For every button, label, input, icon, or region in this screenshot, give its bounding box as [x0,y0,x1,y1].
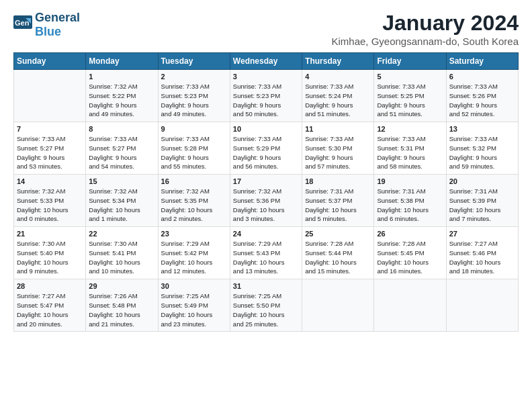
calendar-week-row: 1Sunrise: 7:32 AMSunset: 5:22 PMDaylight… [14,70,519,122]
main-title: January 2024 [331,11,519,36]
calendar-cell: 16Sunrise: 7:32 AMSunset: 5:35 PMDayligh… [158,175,230,227]
day-number: 11 [305,125,371,133]
day-number: 22 [89,230,154,238]
day-info: Sunrise: 7:32 AMSunset: 5:36 PMDaylight:… [233,187,299,224]
day-number: 4 [305,73,371,81]
day-number: 19 [377,177,443,185]
day-number: 27 [449,230,515,238]
svg-text:Gen: Gen [15,19,30,27]
logo: Gen General Blue [13,11,80,39]
calendar-cell [14,70,86,122]
calendar-cell: 15Sunrise: 7:32 AMSunset: 5:34 PMDayligh… [86,175,158,227]
col-tuesday: Tuesday [158,53,230,70]
day-info: Sunrise: 7:25 AMSunset: 5:50 PMDaylight:… [233,291,299,328]
day-number: 20 [449,177,515,185]
day-info: Sunrise: 7:31 AMSunset: 5:39 PMDaylight:… [449,187,515,224]
day-number: 29 [89,282,154,290]
day-info: Sunrise: 7:30 AMSunset: 5:40 PMDaylight:… [17,239,83,276]
day-info: Sunrise: 7:33 AMSunset: 5:30 PMDaylight:… [305,134,371,171]
day-number: 21 [17,230,83,238]
day-number: 16 [161,177,227,185]
day-info: Sunrise: 7:33 AMSunset: 5:24 PMDaylight:… [305,82,371,119]
calendar-cell: 30Sunrise: 7:25 AMSunset: 5:49 PMDayligh… [158,279,230,332]
calendar-week-row: 7Sunrise: 7:33 AMSunset: 5:27 PMDaylight… [14,122,519,175]
calendar-cell: 27Sunrise: 7:27 AMSunset: 5:46 PMDayligh… [446,227,518,279]
calendar-cell [374,279,446,332]
header: Gen General Blue January 2024 Kimhae, Gy… [13,11,519,47]
day-number: 8 [89,125,154,133]
col-thursday: Thursday [302,53,374,70]
calendar-cell: 20Sunrise: 7:31 AMSunset: 5:39 PMDayligh… [446,175,518,227]
day-number: 15 [89,177,154,185]
calendar-cell: 10Sunrise: 7:33 AMSunset: 5:29 PMDayligh… [230,122,302,175]
calendar-cell: 7Sunrise: 7:33 AMSunset: 5:27 PMDaylight… [14,122,86,175]
calendar-page: Gen General Blue January 2024 Kimhae, Gy… [0,0,532,411]
calendar-cell: 22Sunrise: 7:30 AMSunset: 5:41 PMDayligh… [86,227,158,279]
calendar-cell: 31Sunrise: 7:25 AMSunset: 5:50 PMDayligh… [230,279,302,332]
calendar-cell [302,279,374,332]
calendar-cell: 8Sunrise: 7:33 AMSunset: 5:27 PMDaylight… [86,122,158,175]
calendar-cell: 11Sunrise: 7:33 AMSunset: 5:30 PMDayligh… [302,122,374,175]
day-info: Sunrise: 7:27 AMSunset: 5:47 PMDaylight:… [17,291,83,328]
calendar-cell: 19Sunrise: 7:31 AMSunset: 5:38 PMDayligh… [374,175,446,227]
day-number: 17 [233,177,299,185]
day-number: 23 [161,230,227,238]
day-info: Sunrise: 7:33 AMSunset: 5:23 PMDaylight:… [233,82,299,119]
day-info: Sunrise: 7:32 AMSunset: 5:22 PMDaylight:… [89,82,154,119]
calendar-cell: 17Sunrise: 7:32 AMSunset: 5:36 PMDayligh… [230,175,302,227]
col-sunday: Sunday [14,53,86,70]
day-info: Sunrise: 7:31 AMSunset: 5:37 PMDaylight:… [305,187,371,224]
day-info: Sunrise: 7:27 AMSunset: 5:46 PMDaylight:… [449,239,515,276]
day-number: 12 [377,125,443,133]
day-info: Sunrise: 7:32 AMSunset: 5:35 PMDaylight:… [161,187,227,224]
day-info: Sunrise: 7:32 AMSunset: 5:34 PMDaylight:… [89,187,154,224]
col-saturday: Saturday [446,53,518,70]
col-monday: Monday [86,53,158,70]
day-info: Sunrise: 7:28 AMSunset: 5:44 PMDaylight:… [305,239,371,276]
calendar-cell: 28Sunrise: 7:27 AMSunset: 5:47 PMDayligh… [14,279,86,332]
day-info: Sunrise: 7:33 AMSunset: 5:25 PMDaylight:… [377,82,443,119]
title-block: January 2024 Kimhae, Gyeongsannam-do, So… [331,11,519,47]
day-number: 5 [377,73,443,81]
calendar-cell: 9Sunrise: 7:33 AMSunset: 5:28 PMDaylight… [158,122,230,175]
day-number: 7 [17,125,83,133]
day-number: 6 [449,73,515,81]
calendar-cell: 24Sunrise: 7:29 AMSunset: 5:43 PMDayligh… [230,227,302,279]
day-number: 26 [377,230,443,238]
calendar-cell: 2Sunrise: 7:33 AMSunset: 5:23 PMDaylight… [158,70,230,122]
day-info: Sunrise: 7:33 AMSunset: 5:29 PMDaylight:… [233,134,299,171]
day-number: 10 [233,125,299,133]
calendar-body: 1Sunrise: 7:32 AMSunset: 5:22 PMDaylight… [14,70,519,332]
calendar-cell: 3Sunrise: 7:33 AMSunset: 5:23 PMDaylight… [230,70,302,122]
calendar-cell: 29Sunrise: 7:26 AMSunset: 5:48 PMDayligh… [86,279,158,332]
day-info: Sunrise: 7:33 AMSunset: 5:28 PMDaylight:… [161,134,227,171]
day-number: 18 [305,177,371,185]
subtitle: Kimhae, Gyeongsannam-do, South Korea [331,36,519,47]
calendar-cell: 12Sunrise: 7:33 AMSunset: 5:31 PMDayligh… [374,122,446,175]
day-info: Sunrise: 7:33 AMSunset: 5:23 PMDaylight:… [161,82,227,119]
day-number: 14 [17,177,83,185]
day-info: Sunrise: 7:33 AMSunset: 5:32 PMDaylight:… [449,134,515,171]
calendar-week-row: 14Sunrise: 7:32 AMSunset: 5:33 PMDayligh… [14,175,519,227]
day-info: Sunrise: 7:26 AMSunset: 5:48 PMDaylight:… [89,291,154,328]
logo-text: General Blue [35,11,80,39]
calendar-cell: 5Sunrise: 7:33 AMSunset: 5:25 PMDaylight… [374,70,446,122]
day-info: Sunrise: 7:31 AMSunset: 5:38 PMDaylight:… [377,187,443,224]
calendar-cell: 13Sunrise: 7:33 AMSunset: 5:32 PMDayligh… [446,122,518,175]
day-number: 30 [161,282,227,290]
calendar-cell: 18Sunrise: 7:31 AMSunset: 5:37 PMDayligh… [302,175,374,227]
calendar-cell [446,279,518,332]
header-row: Sunday Monday Tuesday Wednesday Thursday… [14,53,519,70]
calendar-cell: 14Sunrise: 7:32 AMSunset: 5:33 PMDayligh… [14,175,86,227]
day-number: 31 [233,282,299,290]
calendar-cell: 23Sunrise: 7:29 AMSunset: 5:42 PMDayligh… [158,227,230,279]
calendar-cell: 6Sunrise: 7:33 AMSunset: 5:26 PMDaylight… [446,70,518,122]
day-info: Sunrise: 7:25 AMSunset: 5:49 PMDaylight:… [161,291,227,328]
calendar-cell: 25Sunrise: 7:28 AMSunset: 5:44 PMDayligh… [302,227,374,279]
col-friday: Friday [374,53,446,70]
day-number: 24 [233,230,299,238]
calendar-cell: 1Sunrise: 7:32 AMSunset: 5:22 PMDaylight… [86,70,158,122]
day-number: 25 [305,230,371,238]
day-info: Sunrise: 7:33 AMSunset: 5:27 PMDaylight:… [17,134,83,171]
day-info: Sunrise: 7:30 AMSunset: 5:41 PMDaylight:… [89,239,154,276]
